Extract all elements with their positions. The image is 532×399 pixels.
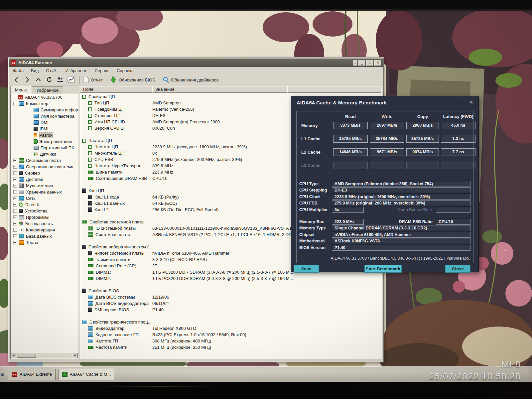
tree-item[interactable]: Электропитание — [11, 138, 78, 145]
menu-item[interactable]: Вид — [31, 68, 39, 73]
scroll-right-arrow[interactable]: ► — [72, 353, 78, 358]
column-header[interactable]: Значение — [152, 86, 287, 93]
tree-horizontal-scrollbar[interactable]: ◄ ► — [11, 353, 78, 358]
tree-item[interactable]: + База данных — [11, 233, 78, 239]
tree-item[interactable]: + Тесты — [11, 239, 78, 246]
field-row[interactable]: DIMM2: 1 ГБ PC3200 DDR SDRAM (3.0-3-3-8 … — [80, 275, 381, 282]
scroll-thumb[interactable] — [17, 353, 36, 358]
user-icon[interactable] — [56, 76, 64, 83]
tree-item[interactable]: + Операционная система — [11, 164, 78, 170]
column-header[interactable]: Поле — [80, 86, 152, 93]
expand-toggle[interactable]: + — [13, 159, 17, 162]
tree-item[interactable]: + Безопасность — [11, 220, 78, 227]
tree-item[interactable]: DMI — [11, 119, 78, 126]
close-button[interactable]: Close — [445, 265, 470, 273]
panel-tab[interactable]: Меню — [10, 86, 31, 94]
tree-item[interactable]: + Сервер — [11, 170, 78, 176]
tree-item[interactable]: Суммарная информаци — [11, 107, 78, 113]
field-row[interactable]: Видеоадаптер Tul Radeon X800 GTO — [80, 325, 381, 332]
expand-toggle[interactable]: + — [13, 184, 17, 188]
expand-toggle[interactable]: + — [13, 241, 17, 244]
field-label: Command Rate (CR) — [96, 263, 136, 268]
tree-item[interactable]: + Дисплей — [11, 176, 78, 183]
report-button[interactable]: Отчёт — [83, 77, 103, 83]
expand-toggle[interactable]: + — [13, 165, 17, 169]
benchmark-column-header: Read — [333, 114, 368, 119]
taskbar-button[interactable]: 64 AIDA64 Extreme — [8, 369, 56, 380]
expand-toggle[interactable]: + — [13, 209, 17, 213]
tree-item[interactable]: + Сеть — [11, 195, 78, 201]
minimize-icon[interactable]: — — [457, 100, 461, 105]
scroll-left-arrow[interactable]: ◄ — [11, 353, 16, 358]
expand-toggle[interactable]: + — [13, 203, 17, 206]
expand-toggle[interactable]: + — [13, 197, 17, 200]
close-icon[interactable]: ✕ — [469, 100, 473, 105]
field-row[interactable]: Кодовое название ГП R423 (PCI Express 1.… — [80, 332, 381, 338]
north-bridge-value — [436, 207, 470, 213]
tree-item[interactable]: + Системная плата — [11, 157, 78, 164]
field-row[interactable]: DMI версия BIOS P1.40 — [80, 307, 381, 313]
copy-value: 2960 MB/s — [406, 122, 439, 129]
window-control-button[interactable]: . — [353, 60, 357, 66]
save-button[interactable]: Save — [294, 265, 319, 273]
field-row[interactable]: Частота ГП 398 МГц (исходное: 400 МГц) — [80, 338, 381, 344]
tree-item[interactable]: Датчики — [11, 151, 78, 157]
tree-item[interactable]: - Компьютер — [11, 100, 78, 107]
menu-item[interactable]: Избранное — [66, 68, 87, 73]
tree-item[interactable]: Портативный ПК — [11, 145, 78, 151]
menu-item[interactable]: Файл — [13, 68, 24, 73]
expand-toggle[interactable]: + — [13, 215, 17, 219]
taskbar-button[interactable]: AIDA64 Cache & M... — [58, 369, 115, 380]
expand-toggle[interactable]: + — [13, 228, 17, 232]
window-control-button[interactable]: □ — [366, 60, 373, 66]
tree-item[interactable]: Имя компьютера — [11, 113, 78, 119]
field-icon — [82, 239, 87, 243]
up-icon[interactable] — [34, 76, 42, 83]
menu-item[interactable]: Отчёт — [46, 68, 58, 73]
tree-item[interactable]: + Конфигурация — [11, 227, 78, 233]
field-row[interactable]: Дата BIOS системы 12/19/06 — [80, 294, 381, 300]
bios-updates-button[interactable]: Обновления BIOS — [110, 76, 155, 83]
cpu-prop-icon — [88, 101, 92, 105]
taskbar-edge-label: ж — [1, 371, 4, 377]
menu-item[interactable]: Сервис — [94, 68, 109, 73]
refresh-icon[interactable] — [45, 76, 53, 83]
column-header[interactable] — [287, 86, 381, 93]
benchmark-titlebar[interactable]: AIDA64 Cache & Memory Benchmark — ✕ — [291, 96, 478, 109]
field-row[interactable]: Свойства BIOS — [80, 288, 381, 294]
expand-toggle[interactable]: + — [13, 234, 17, 238]
driver-updates-button[interactable]: Обновления драйверов — [163, 76, 219, 83]
field-row[interactable]: Дата BIOS видеоадаптера 06/11/04 — [80, 300, 381, 307]
tree-item-label: Операционная система — [26, 164, 73, 169]
tree-item[interactable]: + Хранение данных — [11, 189, 78, 195]
window-control-button[interactable]: _ — [358, 60, 365, 66]
tree-item[interactable]: Разгон — [11, 132, 78, 138]
expand-toggle[interactable]: + — [13, 171, 17, 175]
field-row[interactable] — [80, 282, 381, 288]
tree-item-label: Тесты — [26, 240, 38, 245]
tree-item-label: Мультимедиа — [26, 183, 53, 188]
tree-item[interactable]: + Программы — [11, 214, 78, 220]
cpu-info-grid: CPU Type AMD Sempron (Palermo (Venice-25… — [299, 181, 470, 213]
field-row[interactable] — [80, 313, 381, 319]
main-titlebar[interactable]: 64 AIDA64 Extreme ._□✕ — [9, 59, 383, 67]
tree-item[interactable]: IPMI — [11, 126, 78, 132]
tree-item[interactable]: 64 AIDA64 v6.33.5700 — [11, 94, 78, 100]
expand-toggle[interactable]: + — [13, 178, 17, 181]
expand-toggle[interactable]: + — [13, 222, 17, 225]
expand-toggle[interactable]: - — [13, 102, 17, 105]
start-benchmark-button[interactable]: Start Benchmark — [364, 265, 402, 273]
back-icon[interactable] — [12, 76, 20, 83]
menu-item[interactable]: Справка — [117, 68, 134, 73]
panel-tab[interactable]: Избранное — [32, 86, 63, 94]
tree-item[interactable]: + DirectX — [11, 201, 78, 208]
tree-item[interactable]: + Мультимедиа — [11, 183, 78, 189]
expand-toggle[interactable]: + — [13, 190, 17, 194]
benchmark-table: ReadWriteCopyLatency (FWD) Memory 3373 M… — [299, 114, 470, 175]
field-row[interactable]: Свойства графического проц... — [80, 319, 381, 325]
forward-icon[interactable] — [23, 76, 31, 83]
tree-item[interactable]: + Устройства — [11, 208, 78, 214]
window-control-button[interactable]: ✕ — [374, 60, 381, 66]
chart-icon[interactable] — [67, 76, 75, 83]
field-row[interactable]: Частота памяти 351 МГц (исходное: 350 МГ… — [80, 344, 381, 350]
